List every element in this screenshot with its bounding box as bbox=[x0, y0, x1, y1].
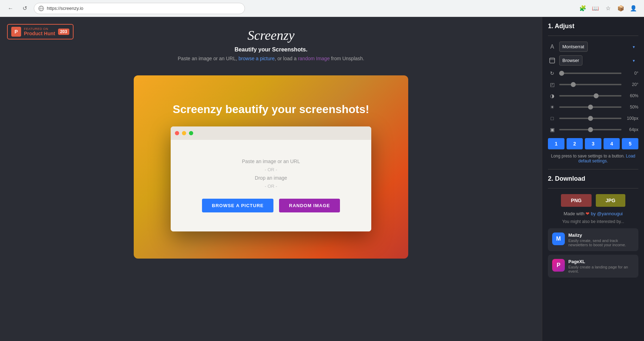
rotation-slider[interactable] bbox=[559, 73, 621, 74]
brightness-slider[interactable] bbox=[559, 106, 621, 108]
preset-button-3[interactable]: 3 bbox=[585, 138, 601, 149]
frame-icon bbox=[548, 56, 556, 65]
size-slider[interactable] bbox=[559, 118, 621, 119]
ph-featured-label: FEATURED ON bbox=[24, 27, 55, 31]
mock-or-2: - OR - bbox=[265, 184, 277, 189]
brightness-value: 50% bbox=[624, 105, 638, 110]
download-buttons: PNG JPG bbox=[548, 194, 638, 207]
font-select[interactable]: Montserrat Arial Roboto Georgia bbox=[559, 42, 588, 52]
perspective-slider-row: ◰ 20° bbox=[548, 80, 638, 89]
mock-browser-content: Paste an image or an URL - OR - Drop an … bbox=[171, 140, 371, 231]
rotation-slider-row: ↻ 0° bbox=[548, 69, 638, 78]
favorites-button[interactable]: ☆ bbox=[603, 4, 613, 13]
mock-browse-button[interactable]: BROWSE A PICTURE bbox=[202, 199, 273, 212]
pagexl-text: PageXL Easily create a landing page for … bbox=[568, 259, 634, 273]
random-link[interactable]: random Image bbox=[298, 56, 330, 61]
ph-count: 203 bbox=[58, 29, 69, 35]
preview-title: Screenzy beautify your screenshots! bbox=[173, 103, 369, 116]
mailzy-name: Mailzy bbox=[568, 232, 634, 238]
frame-control-row: Browser None Phone bbox=[548, 55, 638, 66]
mailzy-text: Mailzy Easily create, send and track new… bbox=[568, 232, 634, 247]
refresh-button[interactable]: ↺ bbox=[20, 4, 30, 13]
brightness-slider-row: ☀ 50% bbox=[548, 103, 638, 111]
mock-browser-bar bbox=[171, 126, 371, 140]
browser-icons: 🧩 📖 ☆ 📦 👤 bbox=[578, 4, 638, 13]
ph-name: Product Hunt bbox=[24, 31, 55, 36]
app-subtitle: Beautify your Screenshots. bbox=[234, 46, 307, 53]
mock-dot-yellow bbox=[182, 131, 186, 135]
also-interested: You might also be interested by... bbox=[548, 219, 638, 224]
size-value: 100px bbox=[624, 116, 638, 121]
preset-button-2[interactable]: 2 bbox=[567, 138, 583, 149]
app-description: Paste an image or an URL, browse a pictu… bbox=[178, 56, 364, 61]
download-png-button[interactable]: PNG bbox=[561, 194, 591, 207]
preview-canvas: Screenzy beautify your screenshots! Past… bbox=[134, 75, 408, 259]
back-button[interactable]: ← bbox=[6, 4, 15, 13]
reader-button[interactable]: 📖 bbox=[591, 4, 600, 13]
extensions-button[interactable]: 🧩 bbox=[578, 4, 588, 13]
long-press-hint: Long press to save settings to a button.… bbox=[548, 154, 638, 163]
product-hunt-badge[interactable]: P FEATURED ON Product Hunt 203 bbox=[7, 24, 74, 39]
divider-3 bbox=[548, 188, 638, 188]
promo-card-pagexl[interactable]: P PageXL Easily create a landing page fo… bbox=[548, 255, 638, 278]
browser-chrome: ← ↺ https://screenzy.io 🧩 📖 ☆ 📦 👤 bbox=[0, 0, 644, 17]
app-title: Screenzy bbox=[247, 27, 295, 43]
font-control-row: A Montserrat Arial Roboto Georgia bbox=[548, 42, 638, 52]
content-area: P FEATURED ON Product Hunt 203 Screenzy … bbox=[0, 17, 542, 341]
mailzy-description: Easily create, send and track newsletter… bbox=[568, 238, 634, 247]
download-title: 2. Download bbox=[548, 175, 638, 182]
rotation-value: 0° bbox=[624, 71, 638, 76]
globe-icon bbox=[38, 6, 44, 11]
heart-icon: ❤ bbox=[586, 211, 591, 216]
author-link[interactable]: by @yannougui bbox=[591, 211, 623, 216]
size-slider-row: □ 100px bbox=[548, 114, 638, 123]
promo-card-mailzy[interactable]: M Mailzy Easily create, send and track n… bbox=[548, 228, 638, 251]
mock-random-button[interactable]: RANDOM IMAGE bbox=[279, 199, 340, 212]
mock-drop-text-2: Drop an image bbox=[255, 175, 287, 181]
collection-button[interactable]: 📦 bbox=[616, 4, 626, 13]
perspective-value: 20° bbox=[624, 82, 638, 87]
divider-1 bbox=[548, 36, 638, 36]
made-with: Made with ❤ by @yannougui bbox=[548, 211, 638, 216]
svg-rect-3 bbox=[550, 58, 555, 63]
frame-select[interactable]: Browser None Phone bbox=[559, 55, 582, 66]
font-icon: A bbox=[548, 43, 556, 51]
mock-or-1: - OR - bbox=[265, 167, 277, 172]
mock-browser: Paste an image or an URL - OR - Drop an … bbox=[171, 126, 371, 231]
padding-value: 64px bbox=[624, 127, 638, 132]
mock-drop-text-1: Paste an image or an URL bbox=[242, 159, 300, 164]
preset-button-5[interactable]: 5 bbox=[622, 138, 638, 149]
preset-buttons: 1 2 3 4 5 bbox=[548, 138, 638, 149]
padding-slider[interactable] bbox=[559, 129, 621, 130]
ph-text: FEATURED ON Product Hunt bbox=[24, 27, 55, 36]
url-text: https://screenzy.io bbox=[47, 6, 83, 11]
padding-slider-row: ▣ 64px bbox=[548, 125, 638, 134]
pagexl-description: Easily create a landing page for an even… bbox=[568, 265, 634, 273]
address-bar[interactable]: https://screenzy.io bbox=[34, 3, 245, 14]
frame-select-wrapper: Browser None Phone bbox=[559, 55, 638, 66]
contrast-slider[interactable] bbox=[559, 95, 621, 97]
mailzy-icon: M bbox=[552, 232, 565, 245]
desc-prefix: Paste an image or an URL, bbox=[178, 56, 237, 61]
profile-button[interactable]: 👤 bbox=[629, 4, 638, 13]
padding-icon: ▣ bbox=[548, 125, 556, 134]
preset-button-1[interactable]: 1 bbox=[548, 138, 564, 149]
main-layout: P FEATURED ON Product Hunt 203 Screenzy … bbox=[0, 17, 644, 341]
contrast-value: 60% bbox=[624, 93, 638, 98]
perspective-icon: ◰ bbox=[548, 80, 556, 89]
pagexl-icon: P bbox=[552, 259, 565, 272]
perspective-slider[interactable] bbox=[559, 84, 621, 85]
browse-link[interactable]: browse a picture bbox=[239, 56, 275, 61]
size-icon: □ bbox=[548, 114, 556, 123]
rotation-icon: ↻ bbox=[548, 69, 556, 78]
pagexl-name: PageXL bbox=[568, 259, 634, 264]
contrast-icon: ◑ bbox=[548, 92, 556, 100]
mock-dot-green bbox=[189, 131, 193, 135]
mock-buttons: BROWSE A PICTURE RANDOM IMAGE bbox=[202, 199, 340, 212]
contrast-slider-row: ◑ 60% bbox=[548, 92, 638, 100]
ph-logo: P bbox=[11, 27, 21, 37]
preset-button-4[interactable]: 4 bbox=[604, 138, 620, 149]
font-select-wrapper: Montserrat Arial Roboto Georgia bbox=[559, 42, 638, 52]
download-jpg-button[interactable]: JPG bbox=[596, 194, 625, 207]
mock-dot-red bbox=[175, 131, 179, 135]
